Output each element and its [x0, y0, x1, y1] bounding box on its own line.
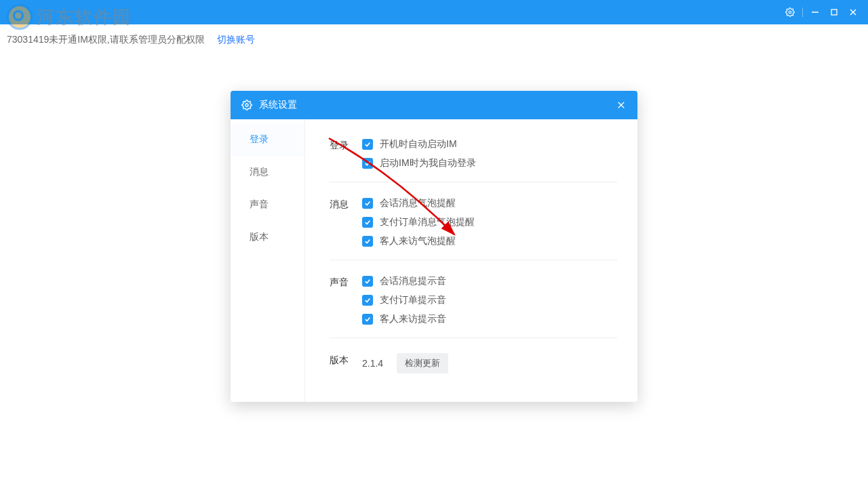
dialog-content: 登录 开机时自动启动IM 启动IM时为我自动登录 消息	[305, 119, 637, 402]
checkbox-chat-sound[interactable]	[362, 276, 373, 287]
minimize-icon[interactable]	[806, 3, 825, 22]
option-label: 开机时自动启动IM	[380, 138, 457, 150]
notice-bar: 73031419未开通IM权限,请联系管理员分配权限 切换账号	[7, 34, 255, 46]
maximize-icon[interactable]	[825, 3, 844, 22]
dialog-title: 系统设置	[259, 99, 297, 111]
dialog-header: 系统设置	[231, 91, 637, 119]
version-value: 2.1.4	[362, 358, 383, 369]
sidebar-item-message[interactable]: 消息	[231, 156, 304, 188]
sidebar-item-sound[interactable]: 声音	[231, 188, 304, 221]
option-label: 支付订单消息气泡提醒	[380, 216, 475, 228]
option-row: 启动IM时为我自动登录	[362, 157, 617, 169]
option-row: 支付订单消息气泡提醒	[362, 216, 617, 228]
check-update-button[interactable]: 检测更新	[397, 353, 448, 373]
option-label: 会话消息气泡提醒	[380, 197, 456, 209]
section-message-label: 消息	[330, 197, 362, 247]
option-row: 会话消息气泡提醒	[362, 197, 617, 209]
checkbox-auto-start[interactable]	[362, 139, 373, 150]
section-login: 登录 开机时自动启动IM 启动IM时为我自动登录	[330, 131, 617, 182]
section-sound: 声音 会话消息提示音 支付订单提示音 客人来访提示音	[330, 260, 617, 338]
close-icon[interactable]	[844, 3, 863, 22]
settings-dialog: 系统设置 登录 消息 声音 版本 登录 开机时自动启动IM	[231, 91, 637, 402]
dialog-close-icon[interactable]	[616, 100, 627, 110]
settings-icon[interactable]	[781, 3, 800, 22]
svg-rect-2	[831, 9, 837, 15]
section-message: 消息 会话消息气泡提醒 支付订单消息气泡提醒 客人来访气泡提醒	[330, 182, 617, 260]
option-label: 客人来访气泡提醒	[380, 235, 456, 247]
notice-text: 73031419未开通IM权限,请联系管理员分配权限	[7, 34, 205, 45]
checkbox-chat-bubble[interactable]	[362, 198, 373, 209]
checkbox-visit-sound[interactable]	[362, 314, 373, 325]
dialog-sidebar: 登录 消息 声音 版本	[231, 119, 305, 402]
checkbox-order-bubble[interactable]	[362, 217, 373, 228]
section-sound-label: 声音	[330, 275, 362, 325]
svg-point-5	[245, 104, 248, 106]
checkbox-order-sound[interactable]	[362, 295, 373, 306]
switch-account-link[interactable]: 切换账号	[217, 34, 255, 45]
option-row: 开机时自动启动IM	[362, 138, 617, 150]
section-login-label: 登录	[330, 138, 362, 169]
gear-icon	[241, 100, 252, 110]
option-row: 客人来访提示音	[362, 313, 617, 325]
option-row: 客人来访气泡提醒	[362, 235, 617, 247]
option-label: 会话消息提示音	[380, 275, 446, 287]
section-version-label: 版本	[330, 353, 362, 373]
checkbox-visit-bubble[interactable]	[362, 236, 373, 247]
section-version: 版本 2.1.4 检测更新	[330, 338, 617, 386]
option-label: 启动IM时为我自动登录	[380, 157, 476, 169]
app-title-bar	[0, 0, 868, 24]
option-row: 会话消息提示音	[362, 275, 617, 287]
option-label: 客人来访提示音	[380, 313, 446, 325]
sidebar-item-login[interactable]: 登录	[231, 123, 304, 156]
checkbox-auto-login[interactable]	[362, 158, 373, 169]
svg-point-0	[789, 11, 791, 14]
option-row: 支付订单提示音	[362, 294, 617, 306]
option-label: 支付订单提示音	[380, 294, 446, 306]
sidebar-item-version[interactable]: 版本	[231, 221, 304, 253]
